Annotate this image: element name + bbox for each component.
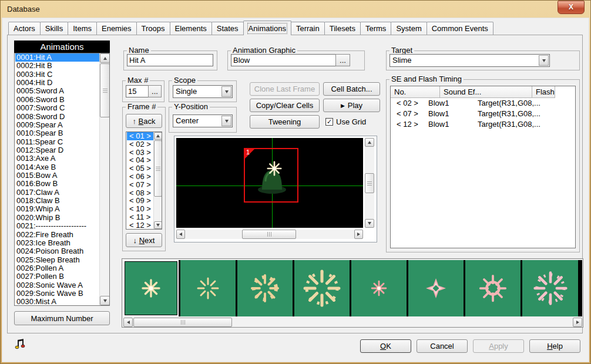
animations-list-item[interactable]: 0005:Sword A [15, 87, 99, 95]
frame-cell-8[interactable] [522, 260, 579, 316]
animations-list-item[interactable]: 0013:Axe A [15, 154, 99, 163]
maximum-number-button[interactable]: Maximum Number [14, 311, 110, 325]
frame-cell-7[interactable] [465, 260, 522, 316]
scroll-down-button[interactable] [100, 296, 110, 305]
frame-next-button[interactable]: ↓ Next [126, 233, 162, 247]
animations-list-item[interactable]: 0022:Fire Breath [15, 231, 99, 239]
animations-list-item[interactable]: 0026:Pollen A [15, 264, 99, 272]
use-grid-checkbox[interactable]: ✓ Use Grid [325, 117, 366, 126]
timing-row[interactable]: < 07 > Blow1 Target(R31,G08,... [391, 109, 575, 119]
animations-list-item[interactable]: 0021:-------------------- [15, 222, 99, 230]
animations-list-item[interactable]: 0023:Ice Breath [15, 239, 99, 247]
preview-vertical-scrollbar[interactable] [365, 138, 374, 228]
frame-list-item[interactable]: < 06 > [127, 173, 153, 181]
frame-list-item[interactable]: < 04 > [127, 156, 153, 164]
animations-list-item[interactable]: 0015:Bow A [15, 171, 99, 180]
cancel-button[interactable]: Cancel [417, 339, 468, 353]
timing-column-header[interactable]: Sound Ef... [440, 86, 532, 98]
frame-strip-scrollbar[interactable] [123, 318, 582, 327]
frame-list-item[interactable]: < 07 > [127, 181, 153, 189]
tab[interactable]: Elements [170, 22, 212, 35]
frame-list-item[interactable]: < 08 > [127, 189, 153, 197]
animations-list-item[interactable]: 0003:Hit C [15, 70, 99, 79]
animations-list-item[interactable]: 0016:Bow B [15, 180, 99, 188]
animations-list-item[interactable]: 0020:Whip B [15, 214, 99, 222]
close-button[interactable]: X [558, 1, 585, 14]
frame-cell-3[interactable] [237, 260, 294, 316]
animations-list-item[interactable]: 0004:Hit D [15, 79, 99, 87]
scroll-thumb[interactable] [154, 140, 162, 197]
frame-cell-2[interactable] [180, 260, 237, 316]
animations-list-item[interactable]: 0002:Hit B [15, 62, 99, 70]
checkbox-check-icon[interactable]: ✓ [325, 118, 333, 126]
dropdown-arrow-button[interactable] [221, 86, 231, 97]
tab[interactable]: System [391, 22, 427, 35]
animations-list-item[interactable]: 0018:Claw B [15, 197, 99, 205]
animations-list-item[interactable]: 0024:Poison Breath [15, 247, 99, 255]
timing-column-header[interactable]: Flash [532, 86, 555, 98]
animations-list-item[interactable]: 0025:Sleep Breath [15, 256, 99, 264]
animations-list-item[interactable]: 0006:Sword B [15, 96, 99, 104]
animations-list-item[interactable]: 0030:Mist A [15, 298, 99, 306]
tab[interactable]: Troops [136, 22, 170, 35]
frame-list-item[interactable]: < 05 > [127, 164, 153, 173]
tab[interactable]: Animations [243, 21, 291, 35]
frame-list-item[interactable]: < 03 > [127, 149, 153, 157]
timing-row[interactable]: < 02 > Blow1 Target(R31,G08,... [391, 98, 575, 109]
max-browse-button[interactable]: ... [148, 85, 162, 97]
name-input[interactable] [127, 54, 213, 66]
dropdown-arrow-button[interactable] [539, 55, 549, 66]
ok-button[interactable]: OK [360, 339, 411, 353]
scroll-up-button[interactable] [365, 138, 374, 147]
tab[interactable]: Tilesets [324, 22, 361, 35]
animation-graphic-browse-button[interactable]: ... [335, 54, 350, 66]
tab[interactable]: Common Events [427, 22, 493, 35]
scroll-down-button[interactable] [365, 219, 374, 228]
animations-list-item[interactable]: 0027:Pollen B [15, 272, 99, 281]
frame-list-item[interactable]: < 02 > [127, 140, 153, 149]
frame-list-item[interactable]: < 11 > [127, 213, 153, 221]
tab[interactable]: Items [68, 22, 97, 35]
tab[interactable]: Terms [360, 22, 391, 35]
animations-list-item[interactable]: 0019:Whip A [15, 205, 99, 213]
scroll-right-button[interactable] [354, 230, 363, 239]
cell-batch-button[interactable]: Cell Batch... [323, 82, 380, 96]
timing-row[interactable]: < 12 > Blow1 Target(R31,G08,... [391, 119, 575, 130]
copy-clear-cells-button[interactable]: Copy/Clear Cells [250, 99, 320, 112]
scroll-up-button[interactable] [100, 53, 110, 63]
frame-list-item[interactable]: < 10 > [127, 205, 153, 213]
animations-list-item[interactable]: 0028:Sonic Wave A [15, 281, 99, 289]
animations-list-item[interactable]: 0017:Claw A [15, 188, 99, 197]
animations-list-item[interactable]: 0029:Sonic Wave B [15, 289, 99, 298]
tab[interactable]: Actors [8, 22, 41, 35]
frame-list-item[interactable]: < 12 > [127, 221, 153, 230]
scope-dropdown[interactable]: Single [173, 85, 233, 98]
target-dropdown[interactable]: Slime [389, 54, 550, 67]
animations-list-item[interactable]: 0014:Axe B [15, 163, 99, 171]
animations-list-item[interactable]: 0010:Spear B [15, 129, 99, 137]
frame-list-item[interactable]: < 09 > [127, 197, 153, 205]
scroll-thumb[interactable] [365, 173, 374, 193]
timing-column-header[interactable]: No. [391, 86, 440, 98]
scroll-thumb[interactable] [133, 318, 232, 327]
frame-cell-4[interactable] [294, 260, 351, 316]
scroll-up-button[interactable] [154, 132, 162, 140]
scroll-right-button[interactable] [573, 318, 582, 327]
animations-list-item[interactable]: 0001:Hit A [15, 53, 99, 62]
animation-graphic-input[interactable] [231, 54, 336, 66]
preview-horizontal-scrollbar[interactable] [176, 230, 363, 239]
preview-canvas[interactable]: 1 [176, 138, 363, 228]
titlebar[interactable]: Database X [0, 0, 591, 18]
y-position-dropdown[interactable]: Center [173, 114, 233, 127]
animations-list-item[interactable]: 0011:Spear C [15, 138, 99, 146]
frame-cell-5[interactable] [351, 260, 408, 316]
scroll-thumb[interactable] [242, 230, 296, 239]
animations-scrollbar[interactable] [99, 53, 109, 305]
tab[interactable]: Enemies [96, 22, 137, 35]
cell-selection-box[interactable]: 1 [244, 148, 298, 203]
help-button[interactable]: Help [529, 339, 580, 353]
animations-list-item[interactable]: 0012:Spear D [15, 146, 99, 154]
max-input[interactable] [126, 85, 149, 97]
scroll-thumb[interactable] [100, 63, 110, 117]
frame-cell-1[interactable] [123, 260, 180, 316]
